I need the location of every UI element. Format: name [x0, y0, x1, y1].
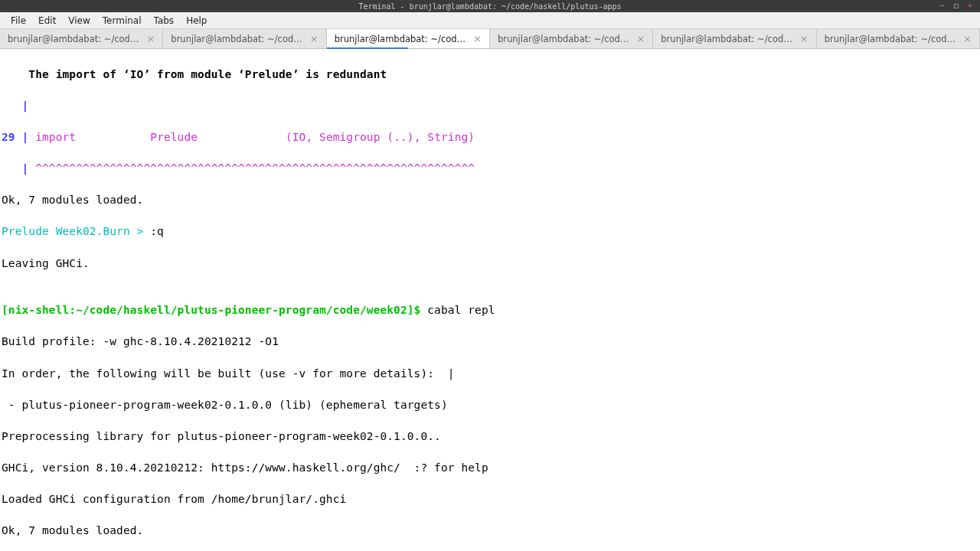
window-titlebar: Terminal - brunjlar@lambdabat: ~/code/ha…: [0, 0, 980, 12]
output-line: - plutus-pioneer-program-week02-0.1.0.0 …: [2, 397, 980, 413]
output-line: Preprocessing library for plutus-pioneer…: [2, 429, 980, 445]
output-line: 29 | import Prelude (IO, Semigroup (..),…: [2, 129, 980, 145]
menu-file[interactable]: File: [5, 14, 32, 28]
output-line: | ^^^^^^^^^^^^^^^^^^^^^^^^^^^^^^^^^^^^^^…: [2, 161, 980, 177]
output-line: Loaded GHCi configuration from /home/bru…: [2, 491, 980, 507]
output-line: Ok, 7 modules loaded.: [2, 523, 980, 539]
close-icon[interactable]: ×: [800, 34, 808, 44]
tabbar: brunjlar@lambdabat: ~/code/haskell/pl...…: [0, 29, 980, 49]
menu-view[interactable]: View: [62, 14, 96, 28]
close-icon[interactable]: ×: [310, 34, 318, 44]
menu-terminal[interactable]: Terminal: [96, 14, 148, 28]
menu-edit[interactable]: Edit: [32, 14, 62, 28]
shell-prompt: [nix-shell:~/code/haskell/plutus-pioneer…: [2, 304, 420, 316]
window-controls: – □ ✕: [940, 2, 977, 11]
output-line: Build profile: -w ghc-8.10.4.20210212 -O…: [2, 334, 980, 350]
tab-2[interactable]: brunjlar@lambdabat: ~/code/haskell/pl...…: [327, 29, 490, 48]
output-line: Prelude Week02.Burn > :q: [2, 223, 980, 240]
tab-label: brunjlar@lambdabat: ~/code/haskell/pl...: [171, 34, 305, 44]
maximize-icon[interactable]: □: [954, 2, 963, 11]
output-line: |: [2, 98, 980, 114]
close-icon[interactable]: ×: [963, 34, 972, 44]
tab-0[interactable]: brunjlar@lambdabat: ~/code/haskell/pl...…: [0, 29, 163, 48]
terminal-output[interactable]: The import of ‘IO’ from module ‘Prelude’…: [0, 49, 980, 551]
output-line: The import of ‘IO’ from module ‘Prelude’…: [2, 67, 980, 83]
close-icon[interactable]: ✕: [968, 2, 977, 11]
tab-3[interactable]: brunjlar@lambdabat: ~/code/haskell/pl...…: [490, 29, 653, 48]
output-line: GHCi, version 8.10.4.20210212: https://w…: [2, 460, 980, 476]
close-icon[interactable]: ×: [146, 34, 155, 44]
output-line: Ok, 7 modules loaded.: [2, 192, 980, 208]
tab-label: brunjlar@lambdabat: ~/code/haskell/pl...: [661, 34, 795, 44]
tab-4[interactable]: brunjlar@lambdabat: ~/code/haskell/pl...…: [653, 29, 816, 48]
text-cursor-mark: |: [434, 367, 455, 380]
menu-tabs[interactable]: Tabs: [148, 14, 181, 28]
tab-label: brunjlar@lambdabat: ~/code/haskell/pl...: [825, 34, 959, 44]
output-line: [nix-shell:~/code/haskell/plutus-pioneer…: [2, 302, 980, 318]
tab-label: brunjlar@lambdabat: ~/code/haskell/pl...: [8, 34, 142, 44]
minimize-icon[interactable]: –: [940, 2, 949, 11]
tab-label: brunjlar@lambdabat: ~/code/haskell/pl...: [335, 34, 469, 44]
tab-1[interactable]: brunjlar@lambdabat: ~/code/haskell/pl...…: [163, 29, 326, 48]
close-icon[interactable]: ×: [636, 34, 645, 44]
ghci-prompt: Prelude Week02.Burn >: [2, 225, 150, 237]
menubar: File Edit View Terminal Tabs Help: [0, 12, 980, 29]
tab-5[interactable]: brunjlar@lambdabat: ~/code/haskell/pl...…: [817, 29, 980, 48]
window-title: Terminal - brunjlar@lambdabat: ~/code/ha…: [358, 2, 621, 11]
output-line: In order, the following will be built (u…: [2, 366, 980, 382]
menu-help[interactable]: Help: [180, 14, 213, 28]
close-icon[interactable]: ×: [473, 34, 482, 44]
output-line: Leaving GHCi.: [2, 256, 980, 272]
tab-label: brunjlar@lambdabat: ~/code/haskell/pl...: [498, 34, 632, 44]
